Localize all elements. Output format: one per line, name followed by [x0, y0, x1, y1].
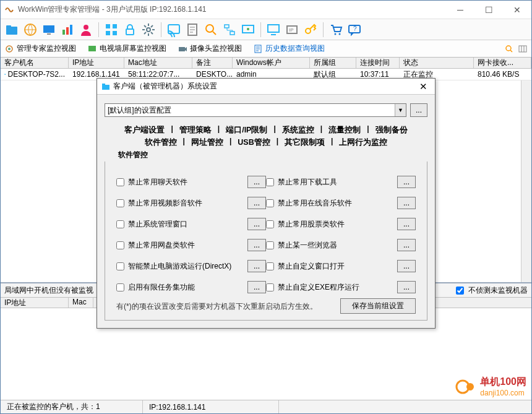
no-detect-checkbox[interactable]: 不侦测未监视机器	[453, 285, 528, 296]
search-icon[interactable]	[204, 22, 218, 37]
tab-url[interactable]: 网址管控	[191, 137, 223, 149]
col-group[interactable]: 所属组	[310, 58, 356, 68]
view-tvwall[interactable]: 电视墙屏幕监控视图	[87, 43, 166, 54]
lower-col-mac[interactable]: Mac	[69, 298, 93, 308]
chk-download[interactable]	[266, 178, 274, 186]
col-status[interactable]: 状态	[400, 58, 474, 68]
col-net[interactable]: 网卡接收...	[474, 58, 531, 68]
chk-custom-exe[interactable]	[266, 283, 274, 291]
tab-port[interactable]: 端口/IP限制	[226, 124, 267, 136]
save-button[interactable]: 保存当前组设置	[340, 298, 416, 314]
tab-policy[interactable]: 管理策略	[179, 124, 212, 136]
chk-video[interactable]	[116, 199, 124, 207]
cart-icon[interactable]	[328, 22, 343, 37]
svg-point-26	[335, 33, 337, 35]
svg-rect-1	[6, 25, 11, 28]
view-history[interactable]: 历史数据查询视图	[253, 43, 325, 54]
camera-icon	[178, 44, 187, 54]
display-icon[interactable]	[41, 22, 56, 37]
clients-table: 客户机名 IP地址 Mac地址 备注 Windows帐户 所属组 连接时间 状态…	[1, 58, 531, 80]
svg-rect-10	[113, 24, 117, 28]
gear-icon[interactable]	[141, 22, 156, 37]
maximize-button[interactable]: ☐	[474, 1, 503, 19]
col-winuser[interactable]: Windows帐户	[233, 58, 310, 68]
more-button[interactable]: ...	[397, 176, 416, 188]
tab-usb[interactable]: USB管控	[238, 137, 270, 149]
svg-rect-22	[268, 25, 279, 32]
svg-point-31	[8, 48, 11, 50]
svg-point-8	[84, 25, 88, 30]
chk-music[interactable]	[266, 199, 274, 207]
cast-icon[interactable]	[166, 22, 181, 37]
config-more-button[interactable]: ...	[410, 103, 427, 117]
more-button[interactable]: ...	[247, 197, 266, 209]
chk-limited-task[interactable]	[116, 283, 124, 291]
tab-traffic[interactable]: 流量控制	[328, 124, 361, 136]
chk-stock[interactable]	[266, 220, 274, 228]
col-ip[interactable]: IP地址	[69, 58, 124, 68]
svg-rect-19	[230, 32, 234, 35]
col-remark[interactable]: 备注	[192, 58, 233, 68]
svg-rect-13	[126, 29, 134, 35]
chk-browser[interactable]	[266, 241, 274, 249]
chart-icon[interactable]	[60, 22, 75, 37]
col-mac[interactable]: Mac地址	[124, 58, 192, 68]
dialog-close-button[interactable]: ✕	[415, 80, 431, 93]
chk-sysmgr[interactable]	[116, 220, 124, 228]
col-client[interactable]: 客户机名	[1, 58, 69, 68]
config-combobox[interactable]: [默认组]的设置配置 ▼	[105, 103, 406, 117]
svg-rect-18	[225, 25, 229, 28]
more-button[interactable]: ...	[247, 281, 266, 293]
more-button[interactable]: ...	[247, 176, 266, 188]
chk-custom-window[interactable]	[266, 262, 274, 270]
user-icon[interactable]	[79, 22, 93, 37]
svg-point-21	[247, 28, 249, 30]
desktop-icon[interactable]	[266, 22, 281, 37]
key-icon[interactable]	[303, 22, 318, 37]
scrollbar[interactable]	[521, 80, 531, 282]
more-button[interactable]: ...	[397, 239, 416, 251]
more-button[interactable]: ...	[397, 260, 416, 272]
folder-icon[interactable]	[4, 22, 19, 37]
more-button[interactable]: ...	[247, 218, 266, 230]
chevron-down-icon: ▼	[395, 104, 406, 116]
more-button[interactable]: ...	[247, 239, 266, 251]
table-header: 客户机名 IP地址 Mac地址 备注 Windows帐户 所属组 连接时间 状态…	[1, 58, 531, 69]
folder-icon	[101, 82, 111, 92]
pc-icon	[4, 69, 6, 79]
network-icon[interactable]	[222, 22, 237, 37]
view-camera[interactable]: 摄像头监控视图	[178, 43, 242, 54]
more-button[interactable]: ...	[397, 218, 416, 230]
more-button[interactable]: ...	[397, 281, 416, 293]
minimize-button[interactable]: ─	[446, 1, 474, 19]
view-monitor[interactable]: 管理专家监控视图	[4, 43, 76, 54]
tab-backup[interactable]: 强制备份	[375, 124, 408, 136]
lock-icon[interactable]	[122, 22, 137, 37]
watermark: 单机100网 danji100.com	[455, 376, 526, 397]
chk-game[interactable]	[116, 262, 124, 270]
search-small-icon[interactable]	[504, 44, 514, 54]
chk-netdisk[interactable]	[116, 241, 124, 249]
main-toolbar: IP ?	[1, 19, 531, 40]
notes-icon[interactable]	[185, 22, 200, 37]
chat-icon[interactable]: ?	[347, 22, 362, 37]
app-icon	[4, 5, 14, 15]
tab-sysmon[interactable]: 系统监控	[282, 124, 314, 136]
lower-col-ip[interactable]: IP地址	[1, 298, 69, 308]
monitor2-icon[interactable]	[241, 22, 255, 37]
ip-icon[interactable]: IP	[285, 22, 299, 37]
col-time[interactable]: 连接时间	[356, 58, 400, 68]
svg-text:?: ?	[353, 25, 357, 32]
tab-behavior[interactable]: 上网行为监控	[339, 137, 387, 149]
globe-icon[interactable]	[23, 22, 38, 37]
columns-icon[interactable]	[518, 44, 528, 54]
tab-software[interactable]: 软件管控	[145, 137, 177, 149]
more-button[interactable]: ...	[397, 197, 416, 209]
tab-client[interactable]: 客户端设置	[124, 124, 165, 136]
tab-other[interactable]: 其它限制项	[285, 137, 325, 149]
settings-dialog: 客户端（被管理机器）系统设置 ✕ [默认组]的设置配置 ▼ ... 客户端设置|…	[97, 78, 435, 329]
grid-icon[interactable]	[104, 22, 119, 37]
chk-chat[interactable]	[116, 178, 124, 186]
more-button[interactable]: ...	[247, 260, 266, 272]
close-button[interactable]: ✕	[503, 1, 531, 19]
